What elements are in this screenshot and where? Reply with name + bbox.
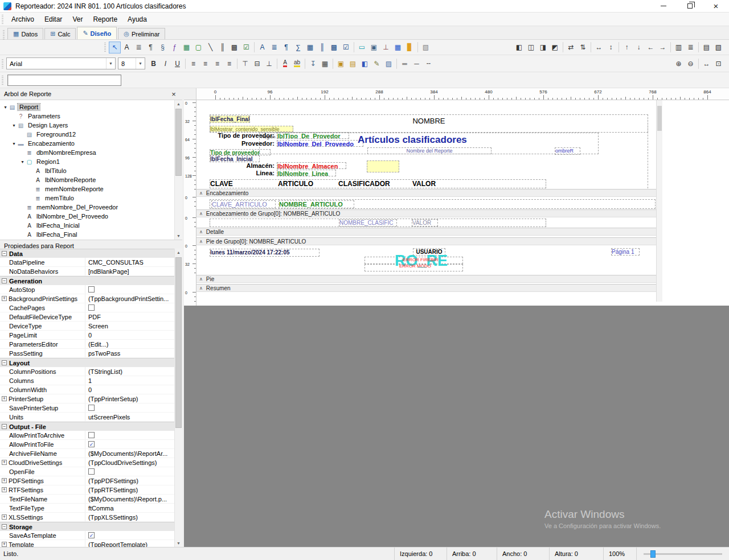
lblNombre_Linea[interactable]: lblNombre_Linea (277, 170, 336, 176)
match-width-button[interactable]: ↔ (593, 42, 605, 53)
subreport-tool[interactable]: ▣ (368, 42, 380, 53)
toolbar-grip[interactable] (2, 59, 3, 68)
property-value[interactable] (85, 467, 182, 476)
expand-icon[interactable]: + (2, 514, 7, 520)
property-row-DefaultFileDeviceType[interactable]: DefaultFileDeviceTypePDF (0, 312, 182, 322)
tree-item-Foreground12[interactable]: ▨Foreground12 (0, 130, 182, 139)
property-row-AllowPrintToArchive[interactable]: AllowPrintToArchive (0, 431, 182, 440)
tree-item-lblFecha_Final[interactable]: AlblFecha_Final (0, 230, 182, 239)
zoom-in-button[interactable]: ⊕ (673, 57, 685, 69)
property-value[interactable] (85, 285, 182, 294)
property-row-ColumnWidth[interactable]: ColumnWidth0 (0, 385, 182, 394)
property-row-XLSSettings[interactable]: +XLSSettings(TppXLSSettings) (0, 513, 182, 522)
property-row-CloudDriveSettings[interactable]: +CloudDriveSettings(TppCloudDriveSetting… (0, 458, 182, 467)
col-clave[interactable]: CLAVE (210, 180, 250, 188)
nombre-articulo-field[interactable]: NOMBRE_ARTICULO (279, 200, 354, 208)
dbmemo-tool[interactable]: ≣ (268, 42, 280, 53)
lblFecha_Final[interactable]: lblFecha_Final (210, 116, 250, 123)
ombreR-fragment[interactable]: ombreR (555, 147, 580, 155)
collapse-band-icon[interactable]: ∧ (199, 191, 203, 196)
tree-item-lblNombreReporte[interactable]: AlblNombreReporte (0, 175, 182, 184)
select-tool[interactable]: ↖ (109, 42, 121, 53)
tree-item-Design Layers[interactable]: ▾▧Design Layers (0, 121, 182, 130)
image-tool[interactable]: ▦ (181, 42, 193, 53)
memo-tool[interactable]: ≣ (133, 42, 145, 53)
tree-item-Encabezamiento[interactable]: ▾▬Encabezamiento (0, 139, 182, 148)
barcode-tool[interactable]: ║ (216, 42, 228, 53)
property-value[interactable]: [ndBlankPage] (85, 267, 182, 275)
font-color-button[interactable]: A (279, 57, 291, 69)
property-row-BackgroundPrintSettings[interactable]: +BackgroundPrintSettings(TppBackgroundPr… (0, 294, 182, 303)
variable-tool[interactable]: ƒ (169, 42, 181, 53)
space-vertical-button[interactable]: ⇅ (577, 42, 589, 53)
property-row-Units[interactable]: UnitsutScreenPixels (0, 413, 182, 422)
tab-calc[interactable]: ⊞Calc (44, 28, 76, 39)
property-row-DeviceType[interactable]: DeviceTypeScreen (0, 322, 182, 331)
tree-item-lblNombre_Del_Proveedo[interactable]: AlblNombre_Del_Proveedo (0, 212, 182, 221)
collapse-band-icon[interactable]: ∧ (199, 239, 203, 244)
property-row-PassSetting[interactable]: PassSettingpsTwoPass (0, 349, 182, 358)
pagebreak-tool[interactable]: ⊥ (380, 42, 392, 53)
gradient-button[interactable]: ▨ (383, 57, 395, 69)
shape-tool[interactable]: ▢ (193, 42, 204, 53)
toolbar-grip[interactable] (2, 15, 3, 24)
col-articulo[interactable]: ARTICULO (278, 180, 329, 188)
property-row-PrinterSetup[interactable]: +PrinterSetup(TppPrinterSetup) (0, 394, 182, 403)
bold-button[interactable]: B (148, 57, 159, 69)
property-value[interactable]: CMC_CONSULTAS (85, 258, 182, 266)
dbcheckbox-tool[interactable]: ☑ (340, 42, 352, 53)
property-row-DataPipeline[interactable]: DataPipelineCMC_CONSULTAS (0, 258, 182, 267)
property-value[interactable]: ($MyDocuments)\Report.p... (85, 495, 182, 503)
menu-ayuda[interactable]: Ayuda (122, 14, 152, 25)
align-right-button[interactable]: ≡ (211, 57, 223, 69)
align-bottom-button[interactable]: ⊥ (263, 57, 275, 69)
match-height-button[interactable]: ↕ (605, 42, 617, 53)
property-value[interactable]: 0 (85, 385, 182, 394)
tab-diseno[interactable]: ✎Diseño (77, 27, 117, 39)
checkbox-unchecked-icon[interactable] (88, 304, 95, 311)
property-value[interactable]: 1 (85, 376, 182, 385)
collapse-band-icon[interactable]: ∧ (199, 229, 203, 234)
band-pie-grupo[interactable]: ∧Pie de Grupo[0]: NOMBRE_ARTICULO (196, 237, 656, 245)
align-middle-button[interactable]: ⊟ (251, 57, 263, 69)
collapse-icon[interactable]: ▾ (19, 159, 26, 164)
expand-icon[interactable]: + (2, 542, 7, 547)
property-row-ParametersEditor[interactable]: ParametersEditor(Edit...) (0, 340, 182, 349)
dbbarcode-tool[interactable]: ║ (316, 42, 328, 53)
property-value[interactable]: (TppCloudDriveSettings) (85, 458, 182, 467)
fit-page-button[interactable]: ⊡ (712, 57, 724, 69)
lblNombre_Almacen[interactable]: lblNombre_Almacen (277, 162, 346, 169)
almacen-caption[interactable]: Almacén: (239, 162, 275, 169)
property-value[interactable]: (TppRTFSettings) (85, 485, 182, 494)
checkbox-unchecked-icon[interactable] (88, 286, 95, 293)
property-value[interactable] (85, 303, 182, 312)
expand-icon[interactable]: + (2, 487, 7, 492)
lblMostrar_contenido_sensible[interactable]: lblMostrar_contenido_sensible (210, 126, 293, 132)
highlight-color-button[interactable]: ab (291, 57, 303, 69)
empresa-nombre-text[interactable]: NOMBRE (210, 117, 648, 126)
property-row-NoDataBehaviors[interactable]: NoDataBehaviors[ndBlankPage] (0, 267, 182, 276)
close-button[interactable]: × (703, 0, 729, 12)
italic-button[interactable]: I (159, 57, 171, 69)
property-value[interactable]: (TppXLSSettings) (85, 513, 182, 521)
nudge-left-button[interactable]: ← (645, 42, 657, 53)
scroll-up-icon[interactable]: ▲ (175, 249, 182, 256)
property-value[interactable]: psTwoPass (85, 349, 182, 357)
property-value[interactable]: utScreenPixels (85, 413, 182, 421)
property-group-storage[interactable]: −Storage (0, 522, 182, 531)
lblNombre_Del_Proveedo[interactable]: lblNombre_Del_Proveedo (277, 140, 363, 147)
checkbox-unchecked-icon[interactable] (88, 405, 95, 411)
property-row-CachePages[interactable]: CachePages (0, 303, 182, 312)
property-group-layout[interactable]: −Layout (0, 358, 182, 367)
scroll-up-icon[interactable]: ▲ (175, 100, 182, 108)
property-row-TextFileType[interactable]: TextFileTypeftComma (0, 504, 182, 513)
dashed-line-button[interactable]: ╌ (423, 57, 435, 69)
collapse-icon[interactable]: − (2, 524, 7, 529)
scroll-down-icon[interactable]: ▼ (175, 232, 182, 240)
zoom-slider-track[interactable] (644, 553, 722, 555)
dbbarcode-2d-tool[interactable]: ▩ (328, 42, 340, 53)
property-row-AutoStop[interactable]: AutoStop (0, 285, 182, 294)
collapse-band-icon[interactable]: ∧ (199, 277, 203, 282)
restore-button[interactable] (677, 0, 703, 12)
richtext-tool[interactable]: ¶ (145, 42, 157, 53)
